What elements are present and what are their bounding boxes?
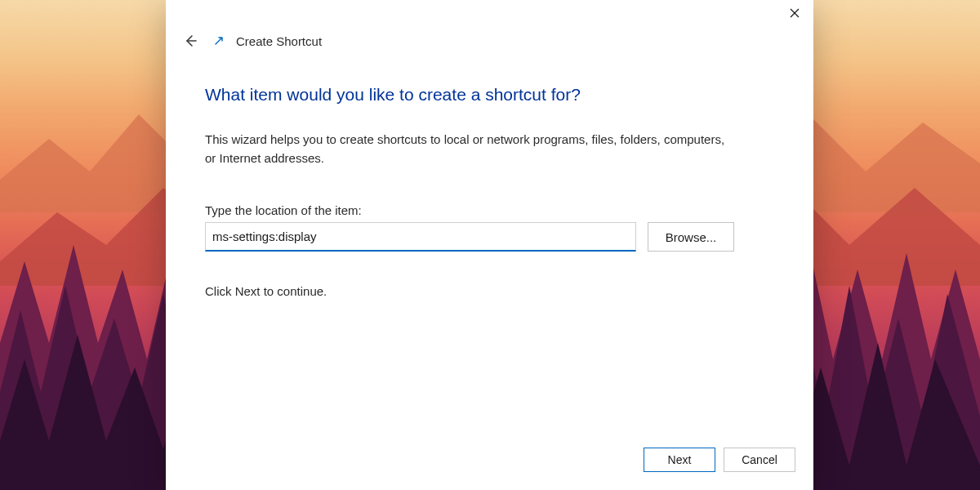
- location-label: Type the location of the item:: [205, 203, 774, 217]
- dialog-header: Create Shortcut: [166, 26, 813, 52]
- next-button[interactable]: Next: [644, 448, 715, 472]
- dialog-content: What item would you like to create a sho…: [166, 52, 813, 441]
- create-shortcut-dialog: Create Shortcut What item would you like…: [166, 0, 813, 490]
- back-button[interactable]: [179, 29, 202, 52]
- close-icon: [790, 8, 800, 18]
- cancel-button[interactable]: Cancel: [724, 448, 795, 472]
- browse-button[interactable]: Browse...: [648, 222, 734, 252]
- location-input[interactable]: [205, 222, 636, 252]
- wizard-description: This wizard helps you to create shortcut…: [205, 131, 728, 167]
- close-button[interactable]: [776, 0, 813, 26]
- shortcut-icon: [213, 35, 225, 47]
- titlebar: [166, 0, 813, 26]
- back-arrow-icon: [183, 33, 198, 48]
- page-heading: What item would you like to create a sho…: [205, 85, 774, 105]
- dialog-title: Create Shortcut: [236, 34, 322, 48]
- location-row: Browse...: [205, 222, 774, 252]
- dialog-footer: Next Cancel: [166, 441, 813, 490]
- continue-hint: Click Next to continue.: [205, 284, 774, 298]
